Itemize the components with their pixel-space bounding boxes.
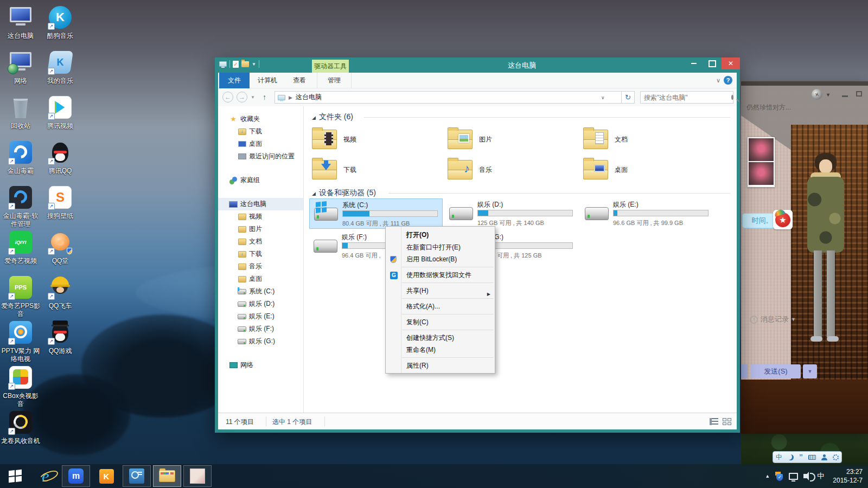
send-button[interactable]: 发送(S) xyxy=(751,364,801,378)
sidebar-item-documents[interactable]: 文档 xyxy=(218,235,303,248)
help-icon[interactable]: ? xyxy=(724,76,732,85)
tab-computer[interactable]: 计算机 xyxy=(252,73,283,88)
ime-mode-indicator[interactable]: 中 xyxy=(776,453,782,462)
desktop-icon-recycle-bin[interactable]: 回收站 xyxy=(1,94,41,130)
sidebar-item-favorites[interactable]: ★收藏夹 xyxy=(218,113,303,125)
navigation-pane[interactable]: ★收藏夹 下载 桌面 最近访问的位置 家庭组 这台电脑 视频 图片 文档 下载 … xyxy=(218,106,304,413)
taskbar-file-explorer[interactable] xyxy=(153,465,181,487)
folder-videos[interactable]: 视频 xyxy=(312,126,442,153)
desktop-icon-qq[interactable]: ↗ 腾讯QQ xyxy=(40,139,80,175)
search-input[interactable] xyxy=(641,94,731,101)
recent-locations-dropdown-icon[interactable]: ▼ xyxy=(251,95,255,100)
desktop-icon-pps[interactable]: PPS↗ 爱奇艺PPS影音 xyxy=(1,274,41,318)
folder-downloads[interactable]: 下载 xyxy=(312,156,442,183)
sidebar-item-desktop[interactable]: 桌面 xyxy=(218,138,303,150)
search-box[interactable] xyxy=(640,91,733,104)
address-dropdown-icon[interactable]: ∨ xyxy=(601,95,605,100)
gear-icon[interactable] xyxy=(833,454,839,460)
network-tray-icon[interactable] xyxy=(789,473,798,480)
group-header-devices[interactable]: ◢设备和驱动器 (5) xyxy=(312,188,376,198)
chat-minimize-button[interactable] xyxy=(842,95,848,97)
desktop-icon-qqtang[interactable]: ↗ QQ堂 xyxy=(40,229,80,265)
customize-qat-dropdown-icon[interactable]: ▼ xyxy=(252,62,256,67)
menu-item-rename[interactable]: 重命名(M) xyxy=(386,344,495,356)
sidebar-item-recent-places[interactable]: 最近访问的位置 xyxy=(218,150,303,163)
desktop-icon-network[interactable]: 网络 xyxy=(1,49,41,85)
taskbar-clock[interactable]: 23:27 2015-12-7 xyxy=(833,467,863,485)
sidebar-item-homegroup[interactable]: 家庭组 xyxy=(218,174,303,187)
desktop-icon-qq-speed[interactable]: ↗ QQ飞车 xyxy=(40,274,80,310)
message-history-toggle[interactable]: 消息记录 ▼ xyxy=(750,314,796,324)
forward-button[interactable]: → xyxy=(237,92,247,102)
refresh-button[interactable]: ↻ xyxy=(622,91,635,104)
person-icon[interactable] xyxy=(821,454,827,460)
menu-item-create-shortcut[interactable]: 创建快捷方式(S) xyxy=(386,332,495,344)
desktop-icon-duba-software[interactable]: ↗ 金山毒霸-软件管理 xyxy=(1,184,41,228)
desktop-icon-tornado-radio[interactable]: ↗ 龙卷风收音机 xyxy=(1,409,41,445)
taskbar-maxthon[interactable]: m xyxy=(62,465,90,487)
contact-photo-card[interactable] xyxy=(748,137,775,187)
close-button-sliver[interactable] xyxy=(741,364,748,378)
taskbar-control-panel[interactable] xyxy=(123,465,151,487)
quick-access-toolbar[interactable]: ✓ ▼ xyxy=(219,60,259,68)
ime-tray-indicator[interactable]: 中 xyxy=(817,471,824,481)
properties-icon[interactable]: ✓ xyxy=(233,61,239,68)
collapse-group-icon[interactable]: ◢ xyxy=(312,191,316,196)
sidebar-item-videos[interactable]: 视频 xyxy=(218,210,303,223)
sidebar-item-downloads2[interactable]: 下载 xyxy=(218,248,303,260)
menu-item-data-recovery[interactable]: G使用数据恢复找回文件 xyxy=(386,269,495,281)
group-header-folders[interactable]: ◢文件夹 (6) xyxy=(312,112,353,122)
folder-pictures[interactable]: 图片 xyxy=(448,126,578,153)
punctuation-icon[interactable]: ’’ xyxy=(799,453,802,461)
desktop-icon-this-pc[interactable]: 这台电脑 xyxy=(1,4,41,40)
new-folder-icon[interactable] xyxy=(241,61,249,67)
maximize-button[interactable] xyxy=(703,57,722,69)
folder-desktop[interactable]: 桌面 xyxy=(583,156,713,183)
drive-e-tile[interactable]: 娱乐 (E:) 96.6 GB 可用 , 共 99.9 GB xyxy=(580,198,714,229)
desktop-icon-iqiyi[interactable]: iQIYI↗ 爱奇艺视频 xyxy=(1,229,41,265)
drive-tools-contextual-tab[interactable]: 驱动器工具 xyxy=(312,60,349,73)
drive-d-tile[interactable]: 娱乐 (D:) 125 GB 可用 , 共 140 GB xyxy=(445,198,578,229)
menu-item-bitlocker[interactable]: 启用 BitLocker(B) xyxy=(386,253,495,265)
sidebar-item-drive-g[interactable]: 娱乐 (G:) xyxy=(218,335,303,348)
breadcrumb[interactable]: 这台电脑 xyxy=(296,93,322,102)
sidebar-item-drive-e[interactable]: 娱乐 (E:) xyxy=(218,310,303,323)
volume-icon[interactable] xyxy=(803,474,807,478)
system-tray[interactable]: ▲ ✓ 中 23:27 2015-12-7 xyxy=(765,464,868,488)
menu-item-copy[interactable]: 复制(C) xyxy=(386,316,495,328)
menu-item-share[interactable]: 共享(H)▶ xyxy=(386,285,495,297)
explorer-titlebar[interactable]: ✓ ▼ 驱动器工具 这台电脑 ✕ xyxy=(215,57,740,73)
thumbnail-view-toggle-icon[interactable] xyxy=(723,418,731,425)
minimize-button[interactable] xyxy=(685,57,703,69)
taskbar-ie[interactable]: me xyxy=(31,465,60,487)
sidebar-item-drive-f[interactable]: 娱乐 (F:) xyxy=(218,323,303,335)
tab-view[interactable]: 查看 xyxy=(285,73,314,88)
menu-item-format[interactable]: 格式化(A)... xyxy=(386,300,495,312)
sidebar-item-drive-d[interactable]: 娱乐 (D:) xyxy=(218,298,303,310)
menu-item-open[interactable]: 打开(O) xyxy=(386,228,495,241)
address-bar[interactable]: ▶ 这台电脑 xyxy=(275,91,622,104)
details-view-toggle-icon[interactable] xyxy=(710,418,718,425)
sidebar-item-this-pc[interactable]: 这台电脑 xyxy=(218,198,303,210)
qq-chat-window[interactable]: ▼ 仍然珍惜对方... 时间。 ★ 消息记录 ▼ 发送(S) ▼ xyxy=(741,81,868,434)
drive-context-menu[interactable]: 打开(O) 在新窗口中打开(E) 启用 BitLocker(B) G使用数据恢复… xyxy=(385,226,495,374)
collapse-group-icon[interactable]: ◢ xyxy=(312,115,316,120)
moon-icon[interactable] xyxy=(788,454,794,460)
taskbar[interactable]: me m K ▲ ✓ 中 23:27 2015-12-7 xyxy=(0,464,868,488)
action-center-flag-icon[interactable]: ✓ xyxy=(775,472,783,481)
desktop-icon-sogou-wallpaper[interactable]: S↗ 搜狗壁纸 xyxy=(40,184,80,220)
folder-documents[interactable]: 文档 xyxy=(583,126,713,153)
keyboard-icon[interactable] xyxy=(808,455,816,460)
desktop-icon-kugou[interactable]: K↗ 酷狗音乐 xyxy=(40,4,80,40)
sidebar-item-downloads[interactable]: 下载 xyxy=(218,125,303,138)
chat-maximize-button[interactable] xyxy=(856,91,862,97)
desktop-icon-qq-game[interactable]: ↗ QQ游戏 xyxy=(40,319,80,355)
expand-ribbon-chevron-icon[interactable]: ∨ xyxy=(716,77,720,84)
menu-item-properties[interactable]: 属性(R) xyxy=(386,359,495,371)
desktop-icon-my-music[interactable]: K↗ 我的音乐 xyxy=(40,49,80,85)
desktop-icon-pptv[interactable]: ↗ PPTV聚力 网络电视 xyxy=(1,319,41,363)
sidebar-item-drive-c[interactable]: 系统 (C:) xyxy=(218,285,303,298)
breadcrumb-arrow-icon[interactable]: ▶ xyxy=(289,95,292,100)
send-options-dropdown[interactable]: ▼ xyxy=(803,364,817,378)
desktop-icon-duba[interactable]: ↗ 金山毒霸 xyxy=(1,139,41,175)
